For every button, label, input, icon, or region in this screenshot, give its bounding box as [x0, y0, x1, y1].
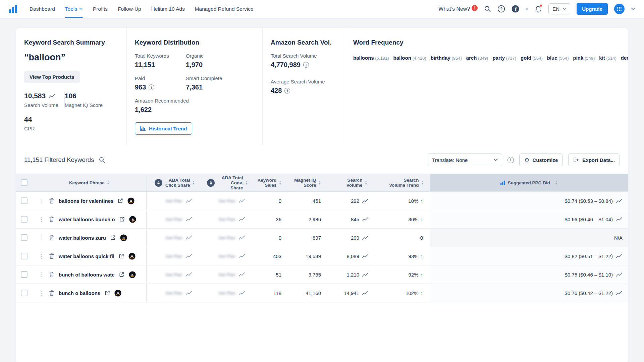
col-header-aba-click-share[interactable]: ABA Total Click Share ▲▼	[147, 174, 201, 191]
translate-select[interactable]: Translate: None	[428, 154, 502, 166]
bid-chart-icon[interactable]	[616, 272, 623, 277]
trend-chart-icon[interactable]	[185, 198, 192, 203]
help-icon[interactable]: ?	[497, 5, 505, 13]
trend-chart-icon[interactable]	[238, 217, 245, 222]
whats-new-link[interactable]: What’s New? 1	[438, 6, 478, 12]
external-link-icon[interactable]	[110, 235, 116, 240]
amazon-icon[interactable]: a	[129, 216, 136, 223]
sort-icon[interactable]: ▲▼	[365, 180, 367, 185]
col-header-keyword-phrase[interactable]: Keyword Phrase ▲▼	[32, 174, 147, 191]
trend-chart-icon[interactable]	[362, 272, 369, 277]
external-link-icon[interactable]	[118, 198, 123, 203]
trend-chart-icon[interactable]	[185, 291, 192, 295]
row-menu-icon[interactable]: ⋮	[39, 271, 45, 278]
bid-chart-icon[interactable]	[616, 291, 623, 295]
historical-trend-button[interactable]: Historical Trend	[135, 122, 192, 135]
delete-keyword-icon[interactable]	[49, 253, 54, 259]
row-menu-icon[interactable]: ⋮	[39, 253, 45, 260]
row-checkbox[interactable]	[21, 216, 28, 223]
trend-chart-icon[interactable]	[238, 254, 245, 258]
apps-grid-icon[interactable]	[614, 4, 625, 14]
select-all-checkbox[interactable]	[21, 179, 28, 186]
amazon-icon[interactable]: a	[120, 234, 127, 241]
col-header-suggested-ppc-bid[interactable]: Suggested PPC Bid ▲▼	[430, 174, 628, 191]
sort-icon[interactable]: ▲▼	[319, 180, 321, 185]
row-menu-icon[interactable]: ⋮	[39, 234, 45, 241]
row-checkbox[interactable]	[21, 234, 28, 241]
row-checkbox[interactable]	[21, 197, 28, 204]
info-icon[interactable]: i	[303, 62, 309, 68]
delete-keyword-icon[interactable]	[49, 272, 54, 278]
sort-icon[interactable]: ▲▼	[193, 180, 195, 185]
info-icon[interactable]: i	[284, 88, 290, 94]
delete-keyword-icon[interactable]	[49, 290, 54, 296]
bid-chart-icon[interactable]	[616, 254, 623, 258]
trend-chart-icon[interactable]	[185, 217, 192, 222]
bid-chart-icon[interactable]	[616, 198, 623, 203]
delete-keyword-icon[interactable]	[49, 235, 54, 241]
sort-icon[interactable]: ▲▼	[107, 180, 109, 185]
external-link-icon[interactable]	[119, 272, 124, 277]
sort-icon[interactable]: ▲▼	[421, 180, 424, 185]
trend-chart-icon[interactable]	[362, 235, 369, 240]
trend-chart-icon[interactable]	[362, 217, 369, 222]
external-link-icon[interactable]	[119, 253, 124, 259]
chevron-down-icon[interactable]	[631, 7, 635, 10]
trend-chart-icon[interactable]	[185, 254, 192, 258]
facebook-icon[interactable]: f	[512, 5, 519, 13]
info-icon[interactable]: i	[149, 84, 154, 90]
col-header-keyword-sales[interactable]: Keyword Sales ▲▼	[254, 174, 287, 191]
trend-chart-icon[interactable]	[238, 272, 245, 277]
notifications-bell-icon[interactable]	[534, 5, 542, 13]
trend-chart-icon[interactable]	[362, 291, 369, 295]
sort-icon[interactable]: ▲▼	[246, 180, 248, 185]
aba-conv-share-cell: Get Plan	[201, 247, 254, 265]
search-keywords-icon[interactable]	[99, 157, 105, 163]
info-icon[interactable]: i	[507, 157, 514, 163]
nav-item-helium10-ads[interactable]: Helium 10 Ads	[151, 0, 185, 18]
amazon-icon[interactable]: a	[114, 290, 121, 297]
trend-chart-icon[interactable]	[48, 94, 55, 99]
trend-chart-icon[interactable]	[185, 235, 192, 240]
helium10-logo-icon[interactable]	[9, 5, 17, 13]
customize-button[interactable]: ⚙ Customize	[519, 154, 563, 166]
row-checkbox[interactable]	[21, 271, 28, 278]
view-top-products-button[interactable]: View Top Products	[24, 71, 80, 83]
sort-icon[interactable]: ▲▼	[279, 180, 281, 185]
nav-item-dashboard[interactable]: Dashboard	[30, 0, 55, 18]
amazon-icon[interactable]: a	[129, 271, 136, 278]
col-header-search-volume-trend[interactable]: Search Volume Trend ▲▼	[373, 174, 430, 191]
row-checkbox[interactable]	[21, 290, 28, 296]
histogram-icon	[140, 126, 146, 131]
trend-chart-icon[interactable]	[238, 235, 245, 240]
col-header-search-volume[interactable]: Search Volume ▲▼	[327, 174, 373, 191]
col-header-magnet-iq-score[interactable]: Magnet IQ Score ▲▼	[287, 174, 327, 191]
nav-item-profits[interactable]: Profits	[93, 0, 108, 18]
trend-chart-icon[interactable]	[362, 254, 369, 258]
bid-chart-icon[interactable]	[616, 217, 623, 222]
amazon-icon[interactable]: a	[128, 253, 136, 260]
nav-item-managed-refund-service[interactable]: Managed Refund Service	[195, 0, 254, 18]
trend-chart-icon[interactable]	[185, 272, 192, 277]
trend-chart-icon[interactable]	[238, 291, 245, 295]
upgrade-button[interactable]: Upgrade	[577, 3, 608, 15]
external-link-icon[interactable]	[119, 217, 125, 222]
col-header-aba-conv-share[interactable]: ABA Total Conv. Share ▲▼	[201, 174, 254, 191]
amazon-icon[interactable]: a	[127, 197, 135, 204]
keyword-phrase: water balloons bunch o	[59, 217, 115, 222]
nav-item-tools[interactable]: Tools	[65, 0, 83, 18]
row-menu-icon[interactable]: ⋮	[39, 290, 45, 297]
trend-chart-icon[interactable]	[362, 198, 369, 203]
trend-chart-icon[interactable]	[238, 198, 245, 203]
delete-keyword-icon[interactable]	[49, 198, 54, 204]
sort-icon[interactable]: ▲▼	[555, 180, 557, 185]
row-checkbox[interactable]	[21, 253, 28, 259]
row-menu-icon[interactable]: ⋮	[39, 216, 45, 223]
row-menu-icon[interactable]: ⋮	[39, 197, 45, 204]
delete-keyword-icon[interactable]	[49, 216, 54, 222]
language-select[interactable]: EN	[548, 3, 570, 14]
external-link-icon[interactable]	[105, 290, 110, 296]
export-data-button[interactable]: Export Data...	[568, 154, 620, 166]
search-icon[interactable]	[484, 5, 491, 12]
nav-item-follow-up[interactable]: Follow-Up	[118, 0, 141, 18]
